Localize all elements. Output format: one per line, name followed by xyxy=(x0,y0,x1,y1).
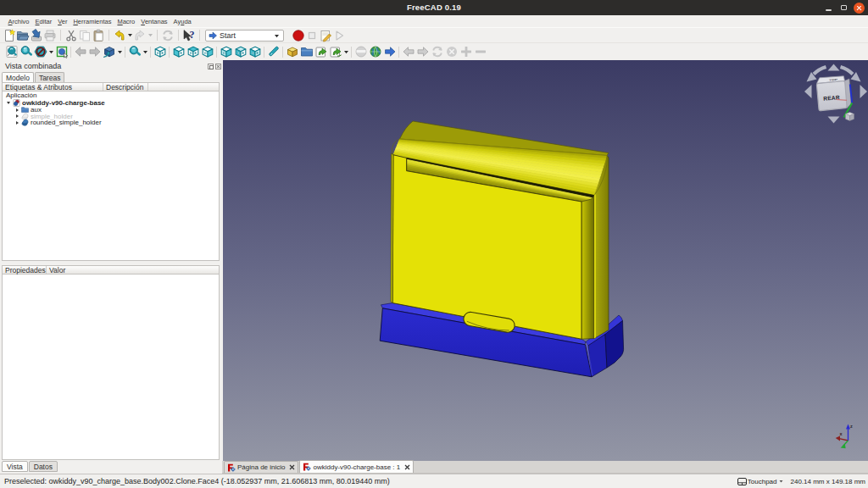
fit-selection-button[interactable] xyxy=(19,44,33,60)
browser-refresh-button[interactable] xyxy=(430,44,444,60)
draw-style-button[interactable] xyxy=(33,44,47,60)
browser-stop-button[interactable] xyxy=(444,44,459,60)
tab-close-icon[interactable] xyxy=(404,464,410,470)
view-left-button[interactable] xyxy=(248,44,262,60)
browser-forward-button[interactable] xyxy=(415,44,430,60)
print-button[interactable] xyxy=(43,28,57,42)
tab-close-icon[interactable] xyxy=(289,464,295,470)
model-holder-yellow[interactable] xyxy=(391,121,609,339)
browser-back-button[interactable] xyxy=(401,44,415,60)
menu-ver[interactable]: Ver xyxy=(55,16,70,27)
combo-view-header: Vista combinada xyxy=(0,61,223,72)
view-front-button[interactable] xyxy=(171,44,186,60)
properties-header-name[interactable]: Propiedades xyxy=(3,266,47,274)
macro-play-button[interactable] xyxy=(332,28,346,42)
dropdown-caret-icon[interactable] xyxy=(142,45,148,59)
dropdown-caret-icon[interactable] xyxy=(116,45,123,59)
menu-macro[interactable]: Macro xyxy=(114,16,138,27)
menu-ayuda[interactable]: Ayuda xyxy=(170,16,194,27)
tree-header-labels[interactable]: Etiquetas & Atributos xyxy=(3,83,103,91)
property-tab-vista[interactable]: Vista xyxy=(2,461,28,472)
mdi-tab-label: Página de inicio xyxy=(237,463,285,471)
expander-closed-icon[interactable] xyxy=(16,121,19,125)
macro-edit-button[interactable] xyxy=(319,28,332,42)
create-group-button[interactable] xyxy=(299,44,314,60)
expander-closed-icon[interactable] xyxy=(16,114,19,118)
combo-tab-tareas[interactable]: Tareas xyxy=(35,72,65,82)
nav-cube-top-label[interactable]: TOP xyxy=(829,78,838,81)
maximize-button[interactable] xyxy=(837,2,849,14)
macro-record-button[interactable] xyxy=(292,28,305,42)
model-tree[interactable]: Aplicaciónowkiddy-v90-charge-baseauxsimp… xyxy=(2,92,220,261)
view-top-button[interactable] xyxy=(186,44,200,60)
tree-item-rounded-simple-holder[interactable]: rounded_simple_holder xyxy=(3,119,219,126)
close-button[interactable] xyxy=(853,2,865,14)
browser-zoom-out-button[interactable] xyxy=(473,44,487,60)
navigate-back-button[interactable] xyxy=(73,44,87,60)
browser-zoom-in-button[interactable] xyxy=(459,44,473,60)
open-document-button[interactable] xyxy=(16,28,30,42)
paste-button[interactable] xyxy=(92,28,105,42)
dropdown-caret-icon[interactable] xyxy=(147,28,153,42)
export-alt-button[interactable] xyxy=(328,44,342,60)
save-document-button[interactable] xyxy=(30,28,43,42)
copy-button[interactable] xyxy=(78,28,92,42)
view-isometric-button[interactable] xyxy=(102,44,116,60)
mdi-tab-owkiddy-v90-charge-base-1[interactable]: owkiddy-v90-charge-base : 1 xyxy=(299,460,414,473)
part-workbench-button[interactable] xyxy=(285,44,299,60)
selection-view-button[interactable] xyxy=(54,44,69,60)
expander-closed-icon[interactable] xyxy=(16,108,19,112)
nav-mini-cube-icon[interactable] xyxy=(846,113,854,121)
export-button[interactable] xyxy=(314,44,328,60)
model-charge-base[interactable] xyxy=(380,121,623,377)
properties-header-value[interactable]: Valor xyxy=(47,266,219,274)
tree-header-description[interactable]: Descripción xyxy=(103,83,148,91)
menu-herramientas[interactable]: Herramientas xyxy=(70,16,114,27)
navigate-forward-button[interactable] xyxy=(87,44,102,60)
fit-all-button[interactable] xyxy=(4,44,19,60)
macro-stop-button[interactable] xyxy=(305,28,319,42)
properties-header[interactable]: Propiedades Valor xyxy=(2,265,220,274)
float-panel-button[interactable] xyxy=(208,64,214,69)
whats-this-button[interactable]: ? xyxy=(182,28,196,42)
dropdown-caret-icon[interactable] xyxy=(126,28,133,42)
view-axonometric-button[interactable] xyxy=(153,44,167,60)
open-webpage-button[interactable] xyxy=(353,44,368,60)
start-page-next-button[interactable] xyxy=(382,44,397,60)
mdi-tab-p-gina-de-inicio[interactable]: Página de inicio xyxy=(224,461,298,473)
undo-button[interactable] xyxy=(113,28,126,42)
redo-button[interactable] xyxy=(133,28,147,42)
combo-tab-modelo[interactable]: Modelo xyxy=(2,72,34,82)
view-bottom-button[interactable] xyxy=(233,44,248,60)
mdi-tab-bar: Página de inicioowkiddy-v90-charge-base … xyxy=(222,461,868,474)
titlebar[interactable]: FreeCAD 0.19 xyxy=(0,0,868,15)
new-document-button[interactable] xyxy=(3,28,16,42)
cut-button[interactable] xyxy=(64,28,78,42)
view-right-button[interactable] xyxy=(200,44,214,60)
property-tab-datos[interactable]: Datos xyxy=(29,461,58,472)
workbench-selector[interactable]: Start xyxy=(205,30,284,42)
tree-header[interactable]: Etiquetas & Atributos Descripción xyxy=(2,82,220,92)
zoom-button[interactable] xyxy=(127,44,142,60)
menu-editar[interactable]: Editar xyxy=(32,16,55,27)
dropdown-caret-icon[interactable] xyxy=(47,45,54,59)
combo-view-panel: Vista combinada ModeloTareas Etiquetas &… xyxy=(0,60,223,474)
view-rear-button[interactable] xyxy=(219,44,233,60)
axis-z-label: z xyxy=(850,424,853,429)
properties-editor[interactable] xyxy=(2,274,220,460)
nav-cube-body[interactable]: REAR TOP xyxy=(816,76,850,111)
statusbar-right: Touchpad 240.14 mm x 149.18 mm xyxy=(737,474,865,488)
close-panel-button[interactable] xyxy=(215,64,221,69)
dropdown-caret-icon[interactable] xyxy=(342,45,349,59)
expander-open-icon[interactable] xyxy=(7,102,10,104)
nav-style-selector[interactable]: Touchpad xyxy=(737,478,784,485)
open-website-button[interactable] xyxy=(368,44,382,60)
3d-viewport[interactable]: REAR TOP x z xyxy=(223,60,868,461)
measure-distance-button[interactable] xyxy=(266,44,281,60)
minimize-button[interactable] xyxy=(822,2,834,14)
refresh-button[interactable] xyxy=(161,28,175,42)
menu-archivo[interactable]: Archivo xyxy=(5,16,32,27)
menu-ventanas[interactable]: Ventanas xyxy=(138,16,170,27)
3d-scene[interactable]: REAR TOP x z xyxy=(223,60,868,461)
tree-item-aplicaci-n[interactable]: Aplicación xyxy=(3,92,219,98)
